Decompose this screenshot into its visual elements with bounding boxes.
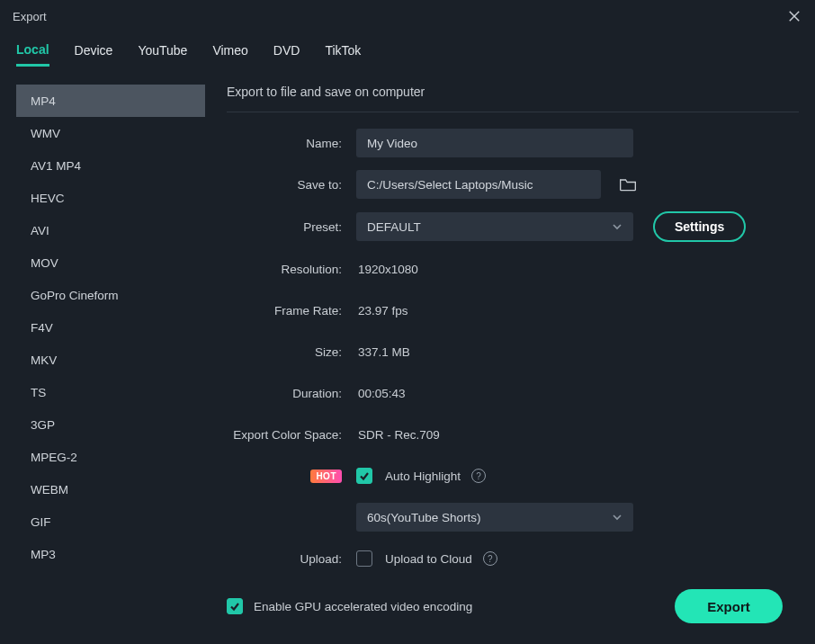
main-heading: Export to file and save on computer	[227, 85, 799, 112]
save-to-input[interactable]	[356, 170, 601, 199]
export-button[interactable]: Export	[675, 589, 783, 623]
form: Name: Save to: Preset:	[227, 129, 799, 573]
chevron-down-icon	[612, 512, 622, 523]
format-item[interactable]: MP4	[16, 85, 205, 117]
format-item[interactable]: 3GP	[16, 408, 205, 441]
hot-badge: HOT	[310, 470, 342, 483]
row-highlight-preset: 60s(YouTube Shorts)	[227, 503, 799, 532]
titlebar: Export	[0, 0, 815, 32]
label-save-to: Save to:	[227, 178, 356, 192]
body: MP4 WMV AV1 MP4 HEVC AVI MOV GoPro Cinef…	[0, 68, 815, 644]
row-name: Name:	[227, 129, 799, 157]
tab-local[interactable]: Local	[16, 35, 49, 67]
export-tabs: Local Device YouTube Vimeo DVD TikTok	[0, 32, 815, 68]
format-item[interactable]: HEVC	[16, 182, 205, 214]
export-window: Export Local Device YouTube Vimeo DVD Ti…	[0, 0, 815, 644]
format-item[interactable]: AV1 MP4	[16, 149, 205, 182]
format-item[interactable]: MKV	[16, 344, 205, 376]
check-icon	[229, 601, 240, 612]
format-item[interactable]: GIF	[16, 505, 205, 538]
label-name: Name:	[227, 137, 356, 150]
upload-cloud-checkbox[interactable]	[356, 550, 372, 567]
label-preset: Preset:	[227, 220, 356, 234]
resolution-value: 1920x1080	[356, 263, 418, 276]
format-item[interactable]: WMV	[16, 117, 205, 149]
row-save-to: Save to:	[227, 170, 799, 199]
row-upload: Upload: Upload to Cloud ?	[227, 544, 799, 573]
row-frame-rate: Frame Rate: 23.97 fps	[227, 296, 799, 325]
auto-highlight-checkbox[interactable]	[356, 468, 372, 484]
label-upload: Upload:	[227, 552, 356, 566]
row-preset: Preset: DEFAULT Settings	[227, 211, 799, 242]
tab-youtube[interactable]: YouTube	[138, 36, 187, 65]
folder-icon	[619, 176, 637, 192]
highlight-preset-value: 60s(YouTube Shorts)	[367, 511, 481, 524]
close-icon[interactable]	[786, 8, 802, 24]
main-panel: Export to file and save on computer Name…	[227, 85, 799, 633]
size-value: 337.1 MB	[356, 345, 410, 359]
label-resolution: Resolution:	[227, 263, 356, 276]
preset-select[interactable]: DEFAULT	[356, 212, 633, 241]
chevron-down-icon	[612, 221, 622, 232]
gpu-row: Enable GPU accelerated video encoding	[227, 598, 472, 614]
color-space-value: SDR - Rec.709	[356, 428, 440, 442]
label-size: Size:	[227, 345, 356, 359]
name-input[interactable]	[356, 129, 633, 157]
format-item[interactable]: MPEG-2	[16, 441, 205, 473]
highlight-preset-select[interactable]: 60s(YouTube Shorts)	[356, 503, 633, 532]
format-item[interactable]: MOV	[16, 246, 205, 279]
format-item[interactable]: GoPro Cineform	[16, 279, 205, 311]
label-duration: Duration:	[227, 387, 356, 400]
label-frame-rate: Frame Rate:	[227, 304, 356, 318]
row-size: Size: 337.1 MB	[227, 337, 799, 366]
format-item[interactable]: MP3	[16, 538, 205, 570]
tab-vimeo[interactable]: Vimeo	[212, 36, 247, 65]
help-icon[interactable]: ?	[471, 469, 486, 483]
preset-value: DEFAULT	[367, 220, 421, 234]
upload-label: Upload to Cloud	[383, 552, 472, 566]
row-duration: Duration: 00:05:43	[227, 379, 799, 407]
frame-rate-value: 23.97 fps	[356, 304, 408, 318]
gpu-checkbox[interactable]	[227, 598, 243, 614]
browse-folder-button[interactable]	[617, 174, 639, 195]
row-color-space: Export Color Space: SDR - Rec.709	[227, 420, 799, 449]
format-item[interactable]: TS	[16, 376, 205, 408]
gpu-label: Enable GPU accelerated video encoding	[252, 600, 472, 613]
format-item[interactable]: AVI	[16, 214, 205, 246]
auto-highlight-label: Auto Highlight	[383, 470, 461, 483]
tab-device[interactable]: Device	[75, 36, 113, 65]
tab-dvd[interactable]: DVD	[273, 36, 300, 65]
duration-value: 00:05:43	[356, 387, 406, 400]
row-auto-highlight: HOT Auto Highlight ?	[227, 461, 799, 490]
settings-button[interactable]: Settings	[653, 211, 746, 242]
check-icon	[359, 470, 370, 481]
format-item[interactable]: F4V	[16, 311, 205, 344]
label-color-space: Export Color Space:	[227, 428, 356, 442]
row-resolution: Resolution: 1920x1080	[227, 255, 799, 283]
tab-tiktok[interactable]: TikTok	[325, 36, 361, 65]
format-sidebar: MP4 WMV AV1 MP4 HEVC AVI MOV GoPro Cinef…	[16, 85, 205, 633]
help-icon[interactable]: ?	[483, 551, 497, 566]
footer: Enable GPU accelerated video encoding Ex…	[227, 579, 799, 633]
window-title: Export	[13, 10, 47, 23]
format-item[interactable]: WEBM	[16, 473, 205, 505]
